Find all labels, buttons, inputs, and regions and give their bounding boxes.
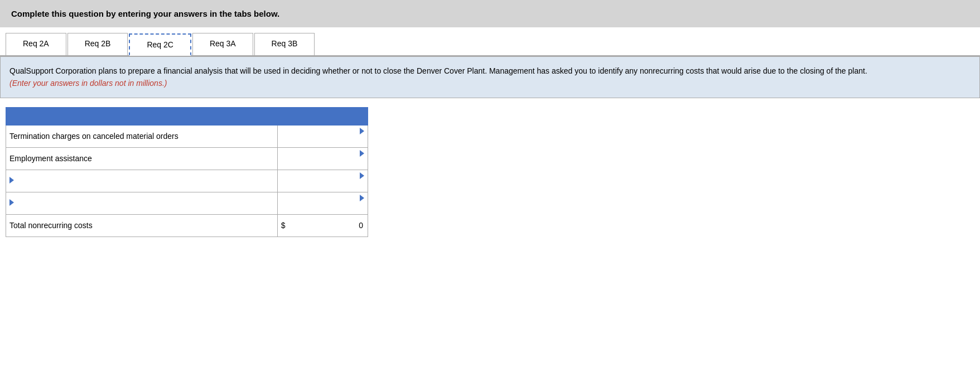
instruction-header: Complete this question by entering your … bbox=[0, 0, 980, 27]
total-label: Total nonrecurring costs bbox=[6, 214, 278, 237]
nonrecurring-costs-table: Termination charges on canceled material… bbox=[6, 107, 368, 237]
tab-req3b[interactable]: Req 3B bbox=[254, 33, 315, 55]
tab-req2b[interactable]: Req 2B bbox=[67, 33, 128, 55]
row1-arrow-icon bbox=[360, 128, 364, 134]
row1-value-cell bbox=[277, 125, 368, 147]
table-container: Termination charges on canceled material… bbox=[6, 107, 368, 237]
row4-value-cell bbox=[277, 192, 368, 214]
total-dollar-sign: $ bbox=[281, 221, 286, 230]
total-value: 0 bbox=[359, 221, 363, 230]
row3-arrow-icon bbox=[360, 172, 364, 179]
table-row bbox=[6, 170, 368, 192]
row4-input[interactable] bbox=[281, 203, 364, 212]
tab-req2c[interactable]: Req 2C bbox=[129, 33, 191, 56]
description-box: QualSupport Corporation plans to prepare… bbox=[0, 56, 980, 98]
tab-req3a[interactable]: Req 3A bbox=[192, 33, 253, 55]
row4-label-arrow-icon bbox=[9, 199, 14, 206]
total-row: Total nonrecurring costs $ 0 bbox=[6, 214, 368, 237]
row3-label-arrow-icon bbox=[9, 177, 14, 184]
row2-arrow-icon bbox=[360, 150, 364, 157]
col-header-label bbox=[6, 107, 278, 125]
tab-req2a[interactable]: Req 2A bbox=[6, 33, 66, 55]
table-row: Employment assistance bbox=[6, 147, 368, 170]
row3-value-cell bbox=[277, 170, 368, 192]
table-row: Termination charges on canceled material… bbox=[6, 125, 368, 147]
row2-label: Employment assistance bbox=[6, 147, 278, 170]
row4-label bbox=[6, 192, 278, 214]
row3-input[interactable] bbox=[281, 181, 364, 190]
row3-label bbox=[6, 170, 278, 192]
row4-arrow-icon bbox=[360, 195, 364, 201]
row1-input[interactable] bbox=[281, 136, 364, 145]
row1-label: Termination charges on canceled material… bbox=[6, 125, 278, 147]
description-main-text: QualSupport Corporation plans to prepare… bbox=[9, 66, 867, 75]
total-value-cell: $ 0 bbox=[277, 214, 368, 237]
col-header-value bbox=[277, 107, 368, 125]
row2-input[interactable] bbox=[281, 158, 364, 167]
table-row bbox=[6, 192, 368, 214]
instruction-text: Complete this question by entering your … bbox=[11, 9, 279, 18]
row2-value-cell bbox=[277, 147, 368, 170]
tabs-bar: Req 2A Req 2B Req 2C Req 3A Req 3B bbox=[0, 27, 980, 56]
description-note-text: (Enter your answers in dollars not in mi… bbox=[9, 79, 167, 88]
